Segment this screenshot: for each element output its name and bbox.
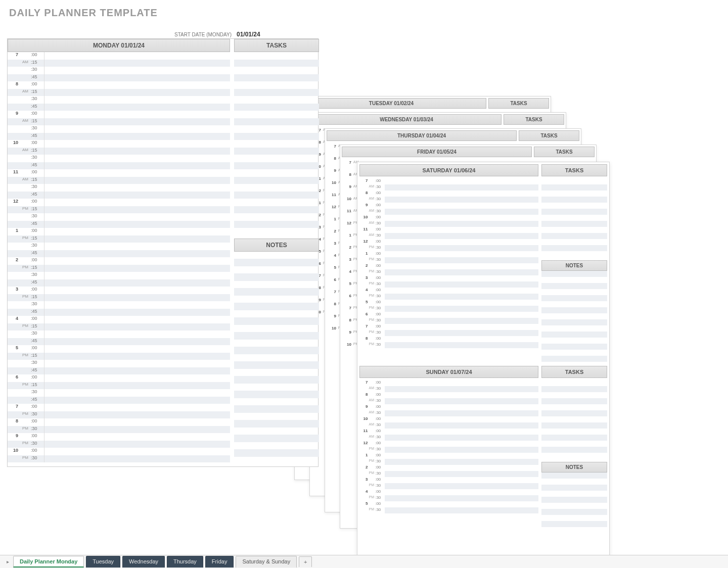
time-row[interactable]: :30 (8, 67, 230, 74)
sheet-tab[interactable]: Tuesday (86, 556, 120, 567)
sheet-tab[interactable]: Friday (205, 556, 234, 567)
sheet-tab[interactable]: Wednesday (122, 556, 165, 567)
time-row[interactable] (385, 483, 538, 489)
task-row[interactable] (541, 295, 607, 301)
time-row[interactable]: :30 (8, 96, 230, 104)
time-row[interactable] (385, 416, 538, 422)
notes-row[interactable] (234, 273, 319, 281)
time-row[interactable] (385, 288, 538, 294)
notes-row[interactable] (234, 420, 319, 428)
time-row[interactable]: :30 (8, 243, 230, 250)
task-row[interactable] (541, 472, 607, 479)
task-row[interactable] (234, 74, 319, 82)
notes-row[interactable] (234, 369, 319, 376)
task-row[interactable] (234, 104, 319, 111)
notes-row[interactable] (234, 442, 319, 450)
time-row[interactable]: 12:00 (8, 199, 230, 206)
task-row[interactable] (541, 338, 607, 344)
time-row[interactable] (385, 275, 538, 281)
time-row[interactable]: 11:00 (8, 169, 230, 177)
task-row[interactable] (541, 325, 607, 332)
time-row[interactable]: :30 (8, 125, 230, 133)
time-row[interactable]: PM:30 (8, 426, 230, 434)
task-row[interactable] (541, 271, 607, 277)
time-row[interactable] (385, 263, 538, 269)
task-row[interactable] (541, 191, 607, 197)
notes-row[interactable] (234, 391, 319, 398)
time-row[interactable] (385, 507, 538, 513)
notes-row[interactable] (234, 398, 319, 406)
task-row[interactable] (541, 380, 607, 386)
time-row[interactable] (385, 392, 538, 398)
notes-row[interactable] (234, 347, 319, 354)
task-row[interactable] (541, 447, 607, 453)
time-row[interactable]: PM:15 (8, 294, 230, 302)
task-row[interactable] (541, 386, 607, 392)
time-row[interactable]: 10:00 (8, 140, 230, 148)
task-row[interactable] (541, 203, 607, 209)
task-row[interactable] (234, 177, 319, 184)
notes-row[interactable] (234, 384, 319, 391)
task-row[interactable] (541, 392, 607, 398)
notes-row[interactable] (234, 288, 319, 296)
start-date-value[interactable]: 01/01/24 (237, 31, 260, 38)
task-row[interactable] (541, 332, 607, 338)
time-row[interactable]: AM:15 (8, 118, 230, 126)
sheet-tab[interactable]: Daily Planner Monday (13, 556, 84, 567)
time-row[interactable] (385, 324, 538, 330)
time-row[interactable]: 8:00 (8, 418, 230, 426)
time-row[interactable]: 5:00 (8, 345, 230, 353)
time-row[interactable]: :45 (8, 279, 230, 287)
time-row[interactable] (385, 294, 538, 300)
task-row[interactable] (234, 118, 319, 126)
task-row[interactable] (541, 441, 607, 447)
time-row[interactable] (385, 215, 538, 221)
task-row[interactable] (541, 209, 607, 215)
time-row[interactable] (385, 269, 538, 275)
time-row[interactable] (385, 422, 538, 429)
time-row[interactable]: :30 (8, 360, 230, 367)
task-row[interactable] (234, 199, 319, 206)
time-row[interactable] (385, 410, 538, 416)
task-row[interactable] (541, 515, 607, 521)
task-row[interactable] (541, 398, 607, 404)
notes-row[interactable] (234, 252, 319, 259)
task-row[interactable] (234, 192, 319, 199)
notes-row[interactable] (234, 266, 319, 274)
task-row[interactable] (541, 344, 607, 350)
time-row[interactable] (385, 489, 538, 495)
task-row[interactable] (541, 307, 607, 313)
time-row[interactable] (385, 336, 538, 342)
task-row[interactable] (234, 96, 319, 104)
time-row[interactable]: AM:15 (8, 148, 230, 155)
time-row[interactable] (385, 330, 538, 336)
time-row[interactable] (385, 312, 538, 318)
time-row[interactable]: :30 (8, 330, 230, 338)
task-row[interactable] (541, 184, 607, 191)
task-row[interactable] (541, 410, 607, 416)
notes-row[interactable] (234, 303, 319, 310)
time-row[interactable] (385, 471, 538, 477)
time-row[interactable] (385, 495, 538, 501)
notes-row[interactable] (234, 340, 319, 347)
task-row[interactable] (541, 197, 607, 203)
time-row[interactable]: PM:30 (8, 455, 230, 463)
time-row[interactable]: PM:30 (8, 441, 230, 448)
task-row[interactable] (541, 479, 607, 485)
time-row[interactable] (385, 435, 538, 441)
add-sheet-button[interactable]: + (299, 556, 312, 567)
task-row[interactable] (541, 227, 607, 233)
time-row[interactable] (385, 404, 538, 410)
time-row[interactable] (385, 178, 538, 184)
time-row[interactable] (385, 239, 538, 245)
time-row[interactable]: 2:00 (8, 257, 230, 265)
time-row[interactable] (385, 342, 538, 348)
time-row[interactable] (385, 477, 538, 483)
time-row[interactable]: PM:15 (8, 206, 230, 214)
task-row[interactable] (541, 503, 607, 509)
time-row[interactable]: :30 (8, 301, 230, 309)
sheet-tab[interactable]: Thursday (167, 556, 203, 567)
task-row[interactable] (541, 221, 607, 227)
time-row[interactable]: 9:00 (8, 433, 230, 441)
time-row[interactable]: 7:00 (8, 404, 230, 411)
